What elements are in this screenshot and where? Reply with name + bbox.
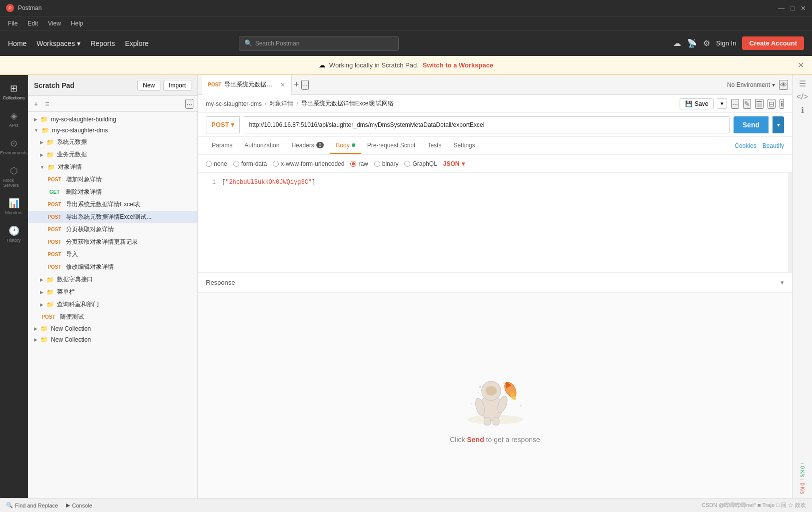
save-dropdown-button[interactable]: ▾	[718, 98, 727, 109]
menu-file[interactable]: File	[4, 19, 21, 28]
req-tab-body[interactable]: Body	[330, 138, 361, 154]
import-button[interactable]: Import	[163, 80, 191, 91]
method-selector[interactable]: POST ▾	[206, 116, 240, 133]
right-panel: ☰ </> ℹ ↑ 0 K/s ↓ 0 K/s	[792, 75, 812, 498]
beautify-link[interactable]: Beautify	[763, 142, 784, 149]
json-type-selector[interactable]: JSON ▾	[443, 160, 465, 167]
tree-item-biz-meta[interactable]: ▶ 📁 业务元数据	[28, 148, 197, 161]
response-collapse-icon[interactable]: ▾	[781, 279, 784, 286]
radio-graphql[interactable]: GraphQL	[404, 160, 437, 167]
save-button[interactable]: 💾 Save	[680, 98, 714, 109]
tree-item-page-obj-update[interactable]: POST 分页获取对象详情更新记录	[28, 236, 197, 248]
chevron-right-icon: ▶	[40, 302, 43, 307]
sidebar-more-button[interactable]: ···	[185, 99, 193, 109]
tab-more-button[interactable]: ···	[301, 80, 309, 90]
breadcrumb-item-object[interactable]: 对象详情	[269, 99, 293, 108]
banner-text: Working locally in Scratch Pad.	[329, 61, 419, 69]
title-bar-controls[interactable]: — □ ✕	[778, 4, 806, 12]
tree-item-dept[interactable]: ▶ 📁 查询科室和部门	[28, 298, 197, 311]
right-panel-info-button[interactable]: ℹ	[801, 105, 804, 115]
sidebar-item-mock-servers[interactable]: ⬡ Mock Servers	[1, 161, 26, 192]
tree-item-del-obj[interactable]: GET 删除对象详情	[28, 186, 197, 198]
request-body-editor[interactable]: 1 ["2hpbuUlSukkON0JWQiyg3C"]	[198, 173, 792, 273]
tree-item-add-obj[interactable]: POST 增加对象详情	[28, 173, 197, 186]
satellite-icon[interactable]: 📡	[687, 38, 697, 48]
send-dropdown-button[interactable]: ▾	[773, 116, 784, 133]
no-environment-selector[interactable]: No Environment ▾	[727, 81, 775, 88]
close-button[interactable]: ✕	[801, 4, 806, 12]
tree-item-sys-meta[interactable]: ▶ 📁 系统元数据	[28, 136, 197, 148]
cookies-link[interactable]: Cookies	[735, 142, 756, 149]
send-button[interactable]: Send	[734, 116, 769, 133]
sidebar-item-monitors[interactable]: 📊 Monitors	[1, 194, 26, 219]
tree-item-edit-obj[interactable]: POST 修改编辑对象详情	[28, 261, 197, 273]
tree-item-dict-api[interactable]: ▶ 📁 数据字典接口	[28, 273, 197, 286]
editor-scrollbar[interactable]	[788, 173, 792, 272]
tab-export-excel2[interactable]: POST 导出系统元数据详... ✕	[202, 75, 292, 95]
environment-eye-button[interactable]: 👁	[779, 80, 788, 90]
panel-toggle-button[interactable]: ⊟	[768, 99, 776, 109]
tree-item-import[interactable]: POST 导入	[28, 248, 197, 261]
nav-workspaces[interactable]: Workspaces ▾	[36, 39, 80, 47]
breadcrumb-item-dms[interactable]: my-sc-slaughter-dms	[206, 100, 262, 107]
sign-in-button[interactable]: Sign In	[716, 39, 736, 47]
console-button[interactable]: ▶ Console	[66, 502, 92, 509]
right-panel-code-button[interactable]: </>	[797, 92, 808, 101]
search-input[interactable]: 🔍 Search Postman	[239, 36, 399, 51]
right-panel-doc-button[interactable]: ☰	[799, 79, 806, 88]
tree-item-export-excel2[interactable]: POST 导出系统元数据详情Excel测试...	[28, 211, 197, 223]
radio-urlencoded[interactable]: x-www-form-urlencoded	[273, 160, 344, 167]
sidebar-item-environments[interactable]: ⊙ Environments	[1, 134, 26, 159]
new-tab-button[interactable]: +	[294, 79, 299, 90]
switch-workspace-link[interactable]: Switch to a Workspace	[423, 61, 493, 69]
req-tab-authorization[interactable]: Authorization	[238, 138, 285, 154]
cloud-icon[interactable]: ☁	[673, 38, 681, 48]
tree-item-object-detail[interactable]: ▼ 📁 对象详情	[28, 161, 197, 173]
settings-icon[interactable]: ⚙	[703, 38, 710, 48]
sidebar-add-button[interactable]: +	[32, 99, 40, 109]
info-button[interactable]: ℹ	[780, 99, 784, 109]
banner-close-icon[interactable]: ✕	[798, 60, 804, 70]
radio-form-data[interactable]: form-data	[233, 160, 267, 167]
breadcrumb-more-button[interactable]: ···	[731, 99, 739, 109]
radio-binary[interactable]: binary	[374, 160, 399, 167]
tree-item-new-col1[interactable]: ▶ 📁 New Collection	[28, 323, 197, 334]
edit-button[interactable]: ✎	[743, 99, 751, 109]
maximize-button[interactable]: □	[791, 4, 795, 12]
nav-home[interactable]: Home	[8, 39, 26, 47]
collections-icon: ⊞	[10, 83, 17, 94]
nav-explore[interactable]: Explore	[125, 39, 148, 47]
tree-item-dms[interactable]: ▼ 📁 my-sc-slaughter-dms	[28, 125, 197, 136]
tree-item-building[interactable]: ▶ 📁 my-sc-slaughter-building	[28, 114, 197, 125]
doc-button[interactable]: ☰	[755, 99, 764, 109]
sidebar-item-apis[interactable]: ◈ APIs	[1, 106, 26, 132]
new-button[interactable]: New	[137, 80, 160, 91]
menu-view[interactable]: View	[44, 19, 65, 28]
tab-close-icon[interactable]: ✕	[280, 81, 285, 88]
tree-item-new-col2[interactable]: ▶ 📁 New Collection	[28, 334, 197, 345]
code-content[interactable]: ["2hpbuUlSukkON0JWQiyg3C"]	[222, 179, 315, 186]
tree-item-random-test[interactable]: POST 随便测试	[28, 311, 197, 323]
tree-item-page-obj[interactable]: POST 分页获取对象详情	[28, 223, 197, 236]
req-tab-tests[interactable]: Tests	[421, 138, 447, 154]
minimize-button[interactable]: —	[778, 4, 785, 12]
radio-none[interactable]: none	[206, 160, 227, 167]
create-account-button[interactable]: Create Account	[742, 36, 804, 50]
url-input[interactable]	[244, 116, 729, 133]
tree-item-menu[interactable]: ▶ 📁 菜单栏	[28, 286, 197, 298]
menu-edit[interactable]: Edit	[23, 19, 42, 28]
tree-item-label: 导入	[66, 250, 78, 259]
tree-item-export-excel1[interactable]: POST 导出系统元数据详情Excel表	[28, 198, 197, 211]
req-tab-headers[interactable]: Headers 9	[285, 138, 330, 154]
nav-reports[interactable]: Reports	[90, 39, 115, 47]
folder-icon: 📁	[41, 127, 49, 134]
req-tab-settings[interactable]: Settings	[447, 138, 481, 154]
sidebar-item-history[interactable]: 🕐 History	[1, 221, 26, 247]
find-replace-button[interactable]: 🔍 Find and Replace	[6, 502, 58, 509]
sidebar-item-collections[interactable]: ⊞ Collections	[1, 79, 26, 104]
sidebar-filter-button[interactable]: ≡	[43, 99, 51, 109]
req-tab-params[interactable]: Params	[206, 138, 238, 154]
menu-help[interactable]: Help	[67, 19, 87, 28]
radio-raw[interactable]: raw	[350, 160, 368, 167]
req-tab-pre-request[interactable]: Pre-request Script	[361, 138, 422, 154]
